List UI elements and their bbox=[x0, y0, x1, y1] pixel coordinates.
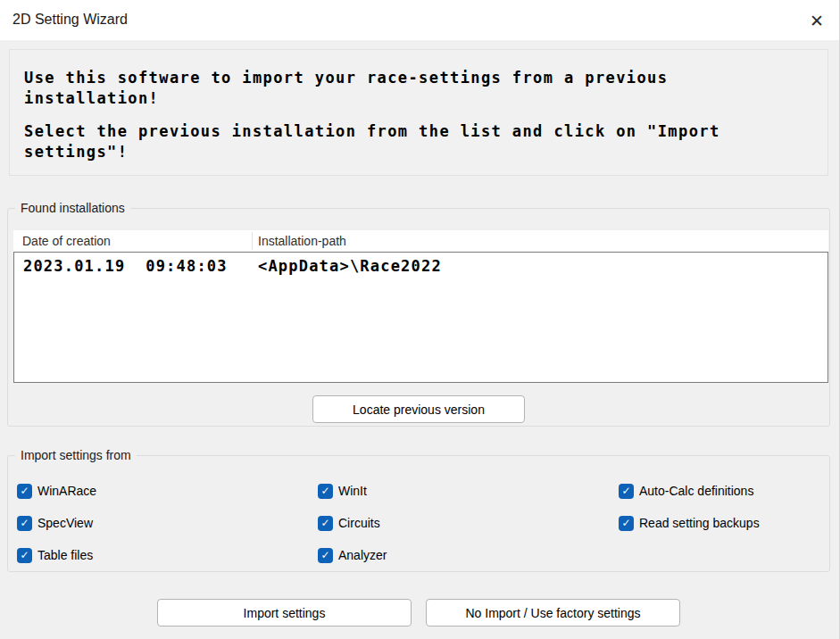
checkbox-winit[interactable]: ✓ WinIt bbox=[318, 483, 367, 499]
checkbox-label: Auto-Calc definitions bbox=[639, 484, 753, 498]
checkbox-checked-icon: ✓ bbox=[318, 484, 333, 499]
checkbox-winarace[interactable]: ✓ WinARace bbox=[17, 483, 96, 499]
checkbox-label: WinARace bbox=[37, 484, 96, 498]
checkbox-analyzer[interactable]: ✓ Analyzer bbox=[318, 547, 387, 563]
checkbox-auto-calc-definitions[interactable]: ✓ Auto-Calc definitions bbox=[619, 483, 753, 499]
checkbox-checked-icon: ✓ bbox=[318, 516, 333, 531]
installations-table-header: Date of creation Installation-path bbox=[13, 230, 828, 252]
checkbox-checked-icon: ✓ bbox=[318, 548, 333, 563]
checkbox-table-files[interactable]: ✓ Table files bbox=[17, 547, 93, 563]
installations-list[interactable]: 2023.01.19 09:48:03 <AppData>\Race2022 bbox=[13, 252, 828, 383]
column-divider bbox=[252, 232, 253, 250]
instruction-paragraph-1: Use this software to import your race-se… bbox=[24, 68, 813, 109]
checkbox-checked-icon: ✓ bbox=[17, 516, 32, 531]
checkbox-checked-icon: ✓ bbox=[619, 484, 634, 499]
checkbox-read-setting-backups[interactable]: ✓ Read setting backups bbox=[619, 515, 760, 531]
column-header-path[interactable]: Installation-path bbox=[258, 234, 346, 248]
installation-date: 2023.01.19 09:48:03 bbox=[23, 257, 228, 275]
found-installations-group: Found installations Date of creation Ins… bbox=[7, 208, 830, 427]
checkbox-checked-icon: ✓ bbox=[619, 516, 634, 531]
installation-path: <AppData>\Race2022 bbox=[258, 257, 442, 275]
titlebar: 2D Setting Wizard ✕ bbox=[0, 0, 839, 40]
setting-wizard-dialog: 2D Setting Wizard ✕ Use this software to… bbox=[0, 0, 840, 639]
found-installations-label: Found installations bbox=[15, 201, 130, 216]
checkbox-circuits[interactable]: ✓ Circuits bbox=[318, 515, 380, 531]
locate-previous-version-button[interactable]: Locate previous version bbox=[312, 395, 525, 423]
installation-row[interactable]: 2023.01.19 09:48:03 <AppData>\Race2022 bbox=[14, 257, 828, 277]
checkbox-specview[interactable]: ✓ SpecView bbox=[17, 515, 93, 531]
locate-button-label: Locate previous version bbox=[353, 402, 485, 417]
checkbox-checked-icon: ✓ bbox=[17, 548, 32, 563]
import-settings-group: Import settings from ✓ WinARace ✓ SpecVi… bbox=[7, 455, 830, 572]
checkbox-label: Analyzer bbox=[338, 548, 387, 562]
checkbox-label: Circuits bbox=[338, 516, 380, 530]
checkbox-checked-icon: ✓ bbox=[17, 484, 32, 499]
checkbox-label: WinIt bbox=[338, 484, 367, 498]
import-settings-label: Import settings from bbox=[15, 448, 137, 463]
no-import-button-label: No Import / Use factory settings bbox=[465, 606, 640, 620]
checkbox-label: Read setting backups bbox=[639, 516, 760, 530]
checkbox-label: Table files bbox=[37, 548, 93, 562]
instruction-panel: Use this software to import your race-se… bbox=[9, 49, 828, 176]
checkbox-label: SpecView bbox=[37, 516, 93, 530]
no-import-factory-settings-button[interactable]: No Import / Use factory settings bbox=[426, 599, 680, 627]
column-header-date[interactable]: Date of creation bbox=[22, 234, 111, 248]
window-title: 2D Setting Wizard bbox=[12, 0, 128, 39]
close-icon[interactable]: ✕ bbox=[803, 6, 831, 35]
import-button-label: Import settings bbox=[244, 606, 326, 620]
import-settings-button[interactable]: Import settings bbox=[157, 599, 412, 627]
instruction-paragraph-2: Select the previous installation from th… bbox=[24, 121, 813, 162]
